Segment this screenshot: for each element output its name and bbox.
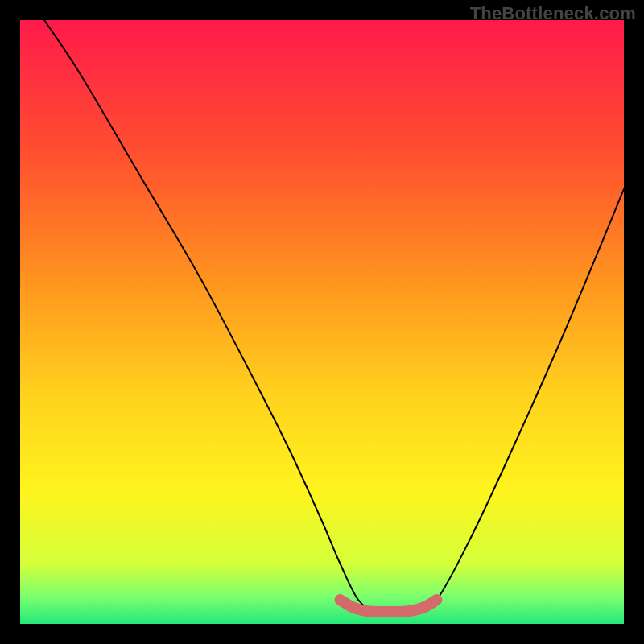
chart-frame: TheBottleneck.com <box>0 0 644 644</box>
bottleneck-chart <box>20 20 624 624</box>
gradient-background <box>20 20 624 624</box>
watermark: TheBottleneck.com <box>470 3 636 24</box>
